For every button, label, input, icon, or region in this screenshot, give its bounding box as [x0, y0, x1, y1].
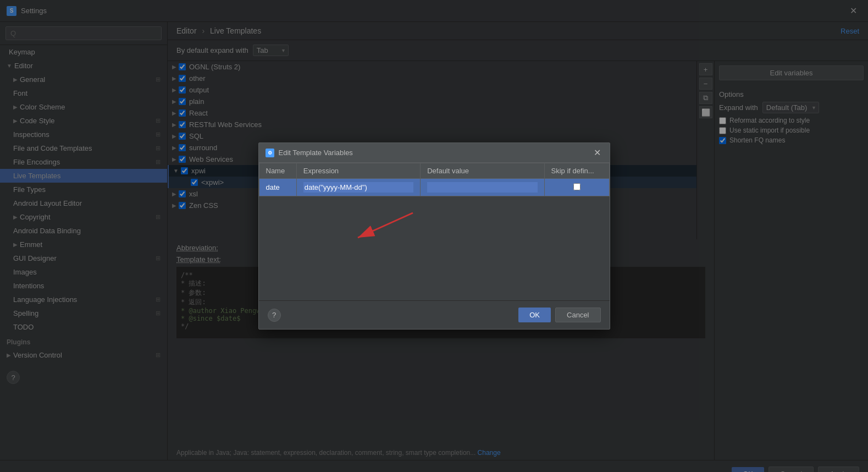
row-expression[interactable]	[296, 179, 420, 196]
edit-template-variables-dialog: ⚙ Edit Template Variables ✕ Name Express…	[258, 142, 610, 330]
dialog-close-button[interactable]: ✕	[591, 147, 603, 158]
col-name: Name	[259, 163, 296, 179]
dialog-help-button[interactable]: ?	[268, 309, 281, 322]
col-skip: Skip if defin...	[544, 163, 609, 179]
dialog-body: Name Expression Default value Skip if de…	[259, 163, 610, 329]
dialog-title-icon: ⚙	[266, 149, 274, 157]
arrow-annotation-area	[259, 196, 610, 251]
dialog-title-bar: ⚙ Edit Template Variables ✕	[259, 143, 610, 163]
svg-line-1	[358, 213, 413, 238]
variables-table-container: Name Expression Default value Skip if de…	[259, 163, 610, 284]
red-arrow-annotation	[314, 202, 424, 246]
dialog-cancel-button[interactable]: Cancel	[555, 308, 600, 322]
dialog-ok-button[interactable]: OK	[518, 308, 551, 322]
dialog-overlay: ⚙ Edit Template Variables ✕ Name Express…	[0, 0, 868, 472]
variables-table: Name Expression Default value Skip if de…	[259, 163, 610, 196]
expression-input[interactable]	[303, 182, 413, 193]
dialog-footer-buttons: OK Cancel	[518, 308, 600, 322]
row-name: date	[259, 179, 296, 196]
dialog-title-text: Edit Template Variables	[279, 149, 353, 157]
row-default-value[interactable]	[421, 179, 544, 196]
dialog-title-container: ⚙ Edit Template Variables	[266, 149, 353, 157]
default-value-input[interactable]	[427, 182, 537, 193]
dialog-footer: ? OK Cancel	[259, 300, 610, 329]
skip-checkbox[interactable]	[573, 183, 580, 190]
col-expression: Expression	[296, 163, 420, 179]
row-skip	[544, 179, 609, 196]
col-default-value: Default value	[421, 163, 544, 179]
table-row[interactable]: date	[259, 179, 609, 196]
